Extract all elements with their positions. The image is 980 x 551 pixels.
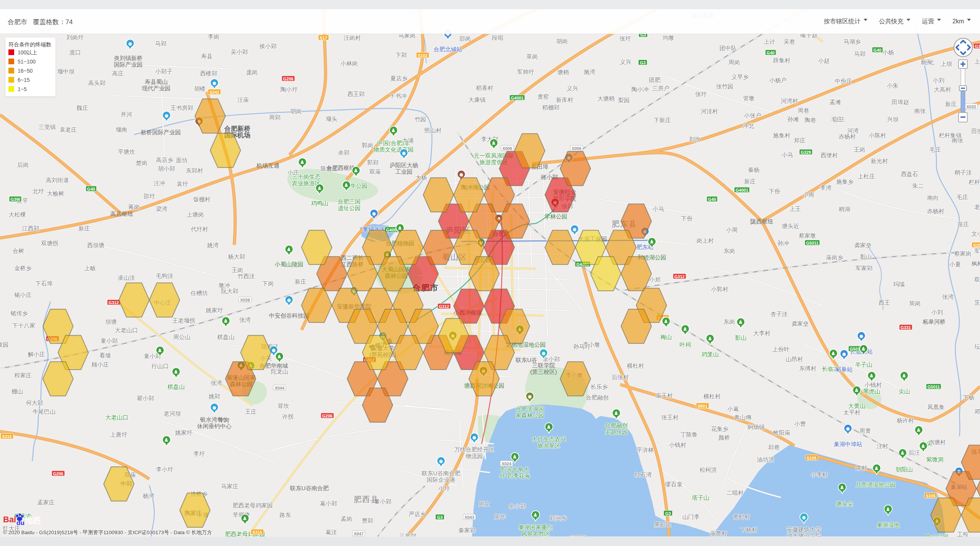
svg-text:du: du bbox=[16, 519, 24, 527]
svg-text:Bai: Bai bbox=[3, 515, 16, 524]
svg-text:地图: 地图 bbox=[24, 516, 41, 525]
